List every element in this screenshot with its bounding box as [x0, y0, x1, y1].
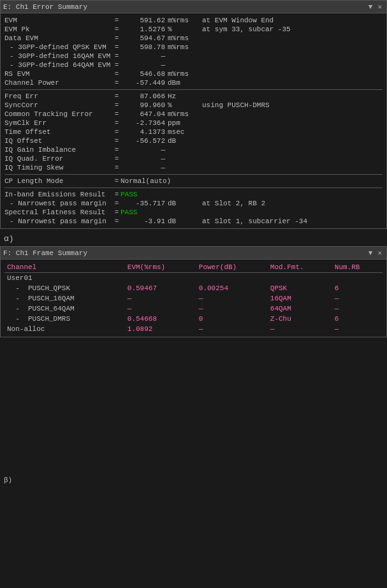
col-evm: EVM(%rms)	[125, 262, 196, 273]
table-row: SymClk Err = -2.7364 ppm	[4, 119, 383, 128]
pusch-qpsk-numrb: 6	[332, 283, 383, 293]
rs-evm-value: 546.68	[120, 70, 165, 78]
iq-gain-value: —	[120, 145, 165, 154]
pusch-qpsk-power: 0.00254	[196, 283, 268, 293]
cp-section: CP Length Mode = Normal(auto)	[4, 177, 383, 186]
table-row: - 3GPP-defined 64QAM EVM = —	[4, 61, 383, 70]
synccorr-label: SyncCorr	[4, 101, 113, 110]
freq-section: Freq Err = 87.066 Hz SyncCorr = 99.960 %…	[4, 92, 383, 172]
narrowest-inband-value: -35.717	[120, 199, 165, 208]
frame-table: Channel EVM(%rms) Power(dB) Mod.Fmt. Num…	[4, 262, 383, 334]
common-tracking-error-label: Common Tracking Error	[4, 110, 113, 119]
pusch-64qam-modfmt: 64QAM	[268, 304, 332, 314]
iq-timing-value: —	[120, 163, 165, 172]
pusch-dmrs-power: 0	[196, 314, 268, 324]
iq-offset-label: IQ Offset	[4, 136, 113, 145]
table-row: EVM Pk = 1.5276 % at sym 33, subcar -35	[4, 25, 383, 34]
pusch-64qam-label: - PUSCH_64QAM	[4, 304, 125, 314]
evm-pk-label: EVM Pk	[4, 25, 113, 34]
frame-summary-content: Channel EVM(%rms) Power(dB) Mod.Fmt. Num…	[1, 260, 386, 337]
pusch-qpsk-evm: 0.59467	[125, 283, 196, 293]
iq-quad-value: —	[120, 154, 165, 163]
inband-value: PASS	[120, 190, 137, 199]
titlebar-controls: ▼ ✕	[367, 3, 384, 11]
table-row: In-band Emissions Result = PASS	[4, 190, 383, 199]
pusch-dmrs-modfmt: Z-Chu	[268, 314, 332, 324]
table-row: EVM = 591.62 m%rms at EVM Window End	[4, 16, 383, 25]
iq-quad-label: IQ Quad. Error	[4, 154, 113, 163]
64qam-evm-label: - 3GPP-defined 64QAM EVM	[4, 61, 113, 70]
iq-gain-label: IQ Gain Imbalance	[4, 145, 113, 154]
cp-length-label: CP Length Mode	[4, 177, 113, 186]
table-row: - PUSCH_DMRS 0.54668 0 Z-Chu 6	[4, 314, 383, 324]
iq-timing-label: IQ Timing Skew	[4, 163, 113, 172]
table-row: RS EVM = 546.68 m%rms	[4, 70, 383, 78]
table-row: CP Length Mode = Normal(auto)	[4, 177, 383, 186]
channel-power-value: -57.449	[120, 78, 165, 87]
col-modfmt: Mod.Fmt.	[268, 262, 332, 273]
qpsk-evm-label: - 3GPP-defined QPSK EVM	[4, 43, 113, 52]
evm-section: EVM = 591.62 m%rms at EVM Window End EVM…	[4, 16, 383, 87]
rs-evm-label: RS EVM	[4, 70, 113, 78]
pusch-dmrs-label: - PUSCH_DMRS	[4, 314, 125, 324]
table-row: - PUSCH_QPSK 0.59467 0.00254 QPSK 6	[4, 283, 383, 293]
error-summary-title: E: Ch1 Error Summary	[3, 3, 87, 11]
cp-length-value: Normal(auto)	[120, 177, 171, 186]
channel-power-label: Channel Power	[4, 78, 113, 87]
nonalloc-power: —	[196, 324, 268, 334]
table-header-row: Channel EVM(%rms) Power(dB) Mod.Fmt. Num…	[4, 262, 383, 273]
table-row: IQ Timing Skew = —	[4, 163, 383, 172]
synccorr-value: 99.960	[120, 101, 165, 110]
frame-summary-title: F: Ch1 Frame Summary	[3, 249, 87, 257]
col-numrb: Num.RB	[332, 262, 383, 273]
close-button[interactable]: ✕	[376, 3, 384, 11]
user-label: User01	[4, 273, 125, 284]
alpha-label: α)	[0, 232, 387, 246]
freq-err-value: 87.066	[120, 92, 165, 101]
pusch-dmrs-numrb: 6	[332, 314, 383, 324]
pusch-dmrs-evm: 0.54668	[125, 314, 196, 324]
pusch-16qam-numrb: —	[332, 293, 383, 304]
section-divider-1	[4, 89, 383, 90]
16qam-evm-label: - 3GPP-defined 16QAM EVM	[4, 52, 113, 61]
minimize-button[interactable]: ▼	[367, 3, 375, 11]
symclk-err-value: -2.7364	[120, 119, 165, 128]
table-row: IQ Offset = -56.572 dB	[4, 136, 383, 145]
table-row: Time Offset = 4.1373 msec	[4, 128, 383, 136]
frame-titlebar-controls: ▼ ✕	[367, 249, 384, 257]
pusch-16qam-power: —	[196, 293, 268, 304]
evm-label: EVM	[4, 16, 113, 25]
error-summary-panel: E: Ch1 Error Summary ▼ ✕ EVM = 591.62 m%…	[0, 0, 387, 229]
pusch-64qam-evm: —	[125, 304, 196, 314]
empty-area: β)	[0, 340, 387, 487]
nonalloc-label: Non-alloc	[4, 324, 125, 334]
table-row: - Narrowest pass margin = -35.717 dB at …	[4, 199, 383, 208]
table-row: Channel Power = -57.449 dBm	[4, 78, 383, 87]
evm-pk-value: 1.5276	[120, 25, 165, 34]
frame-minimize-button[interactable]: ▼	[367, 249, 375, 257]
col-channel: Channel	[4, 262, 125, 273]
frame-close-button[interactable]: ✕	[376, 249, 384, 257]
spectral-label: Spectral Flatness Result	[4, 208, 113, 217]
spectral-value: PASS	[120, 208, 137, 217]
table-row: Data EVM = 594.67 m%rms	[4, 34, 383, 43]
emissions-section: In-band Emissions Result = PASS - Narrow…	[4, 190, 383, 226]
table-row: Spectral Flatness Result = PASS	[4, 208, 383, 217]
common-tracking-error-row: Common Tracking Error = 647.04 m%rms	[4, 110, 383, 119]
pusch-qpsk-modfmt: QPSK	[268, 283, 332, 293]
iq-offset-value: -56.572	[120, 136, 165, 145]
64qam-evm-value: —	[120, 61, 165, 70]
data-evm-value: 594.67	[120, 34, 165, 43]
narrowest-spectral-label: - Narrowest pass margin	[4, 217, 113, 226]
frame-summary-titlebar: F: Ch1 Frame Summary ▼ ✕	[1, 247, 386, 260]
beta-label: β)	[4, 476, 12, 484]
16qam-evm-value: —	[120, 52, 165, 61]
table-row: - PUSCH_64QAM — — 64QAM —	[4, 304, 383, 314]
error-summary-content: EVM = 591.62 m%rms at EVM Window End EVM…	[1, 13, 386, 228]
pusch-qpsk-label: - PUSCH_QPSK	[4, 283, 125, 293]
nonalloc-evm: 1.0892	[125, 324, 196, 334]
table-row: User01	[4, 273, 383, 284]
error-summary-titlebar: E: Ch1 Error Summary ▼ ✕	[1, 1, 386, 13]
evm-value: 591.62	[120, 16, 165, 25]
table-row: - 3GPP-defined 16QAM EVM = —	[4, 52, 383, 61]
